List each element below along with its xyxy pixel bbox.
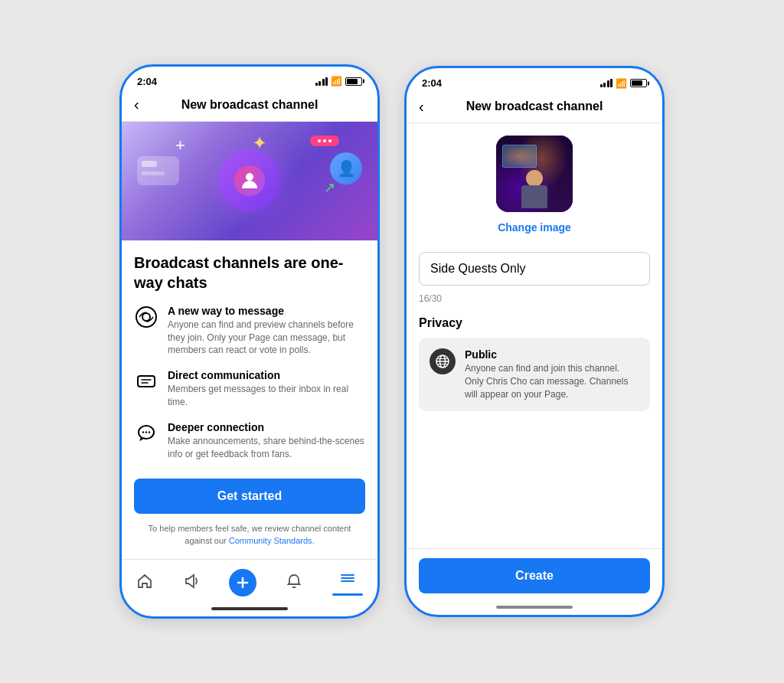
feature-item-2: Direct communication Members get message… xyxy=(134,369,365,409)
feature-list: A new way to message Anyone can find and… xyxy=(134,305,365,461)
status-time-1: 2:04 xyxy=(137,76,157,87)
page-title-2: New broadcast channel xyxy=(466,100,603,113)
battery-icon-2 xyxy=(630,79,647,87)
nav-menu[interactable] xyxy=(326,567,369,599)
person-shape xyxy=(521,170,547,208)
chat-bubble-decoration xyxy=(310,136,339,146)
status-icons-2: 📶 xyxy=(600,78,648,89)
nav-megaphone[interactable] xyxy=(177,570,206,596)
status-bar-1: 2:04 📶 xyxy=(122,67,377,92)
status-time-2: 2:04 xyxy=(422,77,442,89)
home-icon xyxy=(136,573,153,593)
back-button-1[interactable]: ‹ xyxy=(134,96,139,113)
signal-icon xyxy=(315,77,328,86)
broadcast-title: Broadcast channels are one-way chats xyxy=(134,253,365,292)
bell-icon xyxy=(286,573,302,593)
svg-point-1 xyxy=(136,307,156,327)
person-head xyxy=(526,170,543,187)
channel-image xyxy=(496,136,573,212)
nav-bell[interactable] xyxy=(279,570,309,596)
char-count: 16/30 xyxy=(419,293,650,304)
gamer-image xyxy=(496,136,573,212)
create-btn-wrapper: Create xyxy=(407,548,662,603)
nav-plus[interactable] xyxy=(223,566,263,600)
signal-icon-2 xyxy=(600,79,613,87)
menu-icon xyxy=(339,570,356,590)
home-indicator-2 xyxy=(496,606,573,609)
get-started-button[interactable]: Get started xyxy=(134,479,365,514)
svg-point-0 xyxy=(246,173,253,181)
phone-2: 2:04 📶 ‹ New broadcast channel xyxy=(404,66,665,617)
svg-point-4 xyxy=(142,431,144,433)
svg-point-2 xyxy=(142,313,150,321)
megaphone-icon xyxy=(183,573,200,593)
feature-text-3: Deeper connection Make announcements, sh… xyxy=(168,421,365,461)
channel-image-inner xyxy=(496,136,573,212)
nav-header-1: ‹ New broadcast channel xyxy=(122,92,377,122)
phone2-content: Change image 16/30 Privacy Publi xyxy=(407,123,662,548)
wifi-icon: 📶 xyxy=(331,76,342,87)
community-standards-link[interactable]: Community Standards xyxy=(229,536,312,545)
privacy-text: Public Anyone can find and join this cha… xyxy=(465,348,639,400)
channel-name-section xyxy=(419,252,650,286)
channel-name-input[interactable] xyxy=(419,252,650,286)
status-icons-1: 📶 xyxy=(315,76,363,87)
feature-item-3: Deeper connection Make announcements, sh… xyxy=(134,421,365,461)
hero-center-circle xyxy=(219,150,280,211)
change-image-button[interactable]: Change image xyxy=(498,218,571,237)
feature-text-2: Direct communication Members get message… xyxy=(168,369,365,409)
feature-item-1: A new way to message Anyone can find and… xyxy=(134,305,365,357)
privacy-option-public[interactable]: Public Anyone can find and join this cha… xyxy=(419,338,650,411)
plus-nav-icon xyxy=(229,569,256,596)
privacy-section: Privacy Public Anyone can find and join … xyxy=(419,316,650,411)
nav-home[interactable] xyxy=(130,570,159,596)
phone-1: 2:04 📶 ‹ New broadcast channel + ✦ xyxy=(119,64,380,619)
channel-image-section: Change image xyxy=(496,136,573,237)
hero-banner: + ✦ 👤 ↗ xyxy=(122,122,377,240)
plus-icon: + xyxy=(175,136,185,155)
card-decoration xyxy=(137,156,179,185)
status-bar-2: 2:04 📶 xyxy=(407,68,662,93)
wifi-icon-2: 📶 xyxy=(616,78,627,89)
nav-header-2: ‹ New broadcast channel xyxy=(407,93,662,123)
person-body xyxy=(521,185,547,208)
svg-point-5 xyxy=(145,431,147,433)
arrow-icon: ↗ xyxy=(324,179,335,196)
nav-active-indicator xyxy=(332,593,363,596)
privacy-title: Privacy xyxy=(419,316,650,330)
create-button[interactable]: Create xyxy=(419,558,650,593)
public-icon xyxy=(430,348,456,374)
bottom-nav-1 xyxy=(122,559,377,604)
back-button-2[interactable]: ‹ xyxy=(419,98,424,116)
feature-icon-1 xyxy=(134,305,158,329)
safety-text: To help members feel safe, we review cha… xyxy=(134,523,365,547)
home-indicator-1 xyxy=(211,607,288,610)
svg-point-6 xyxy=(149,431,150,433)
person-icon xyxy=(234,165,265,196)
content-area-1: Broadcast channels are one-way chats A n… xyxy=(122,240,377,559)
battery-icon xyxy=(345,77,362,86)
feature-icon-2 xyxy=(134,369,158,394)
feature-text-1: A new way to message Anyone can find and… xyxy=(168,305,365,357)
svg-rect-3 xyxy=(138,376,155,387)
page-title-1: New broadcast channel xyxy=(181,98,318,112)
feature-icon-3 xyxy=(134,421,158,446)
monitor-shape xyxy=(502,145,537,168)
